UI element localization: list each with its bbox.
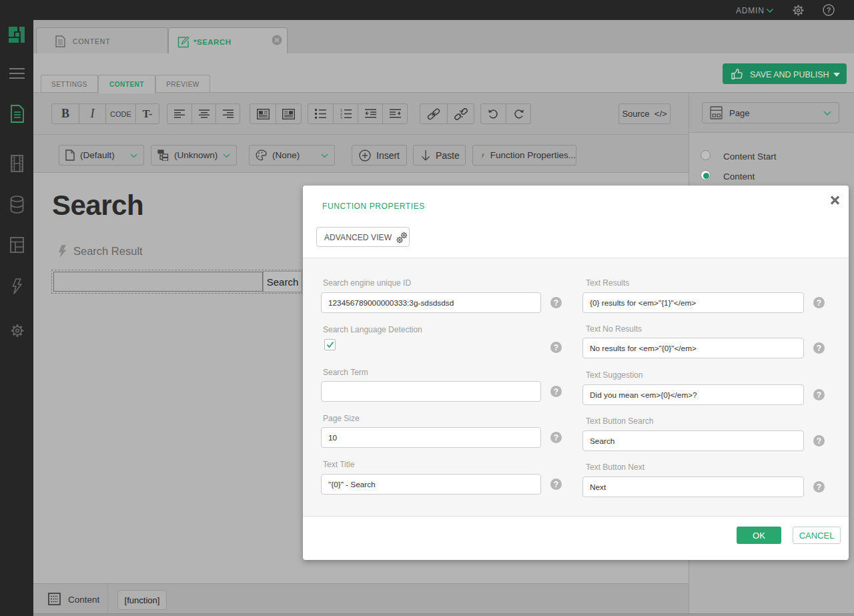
svg-text:3: 3 xyxy=(340,116,342,119)
svg-text:?: ? xyxy=(827,6,831,14)
